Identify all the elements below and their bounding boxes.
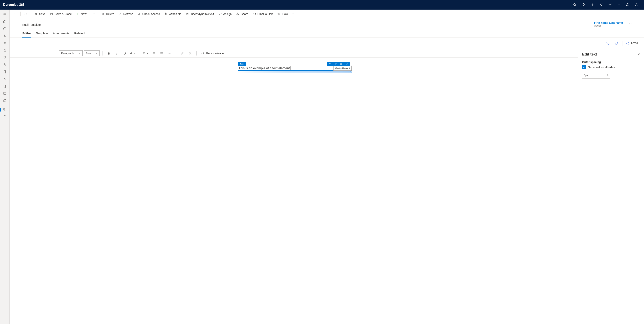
attach-file-button[interactable]: Attach file xyxy=(162,10,183,18)
command-bar: Save Save & Close New Delete Refresh Che… xyxy=(10,9,644,18)
svg-point-40 xyxy=(638,14,639,15)
italic-button[interactable]: I xyxy=(113,50,120,57)
svg-rect-56 xyxy=(340,63,342,65)
app-name: Dynamics 365 xyxy=(3,3,28,6)
nav-files-icon[interactable] xyxy=(0,54,10,61)
align-button[interactable]: ▼ xyxy=(142,50,149,57)
svg-point-38 xyxy=(638,13,639,13)
text-cursor xyxy=(290,66,291,70)
svg-rect-30 xyxy=(35,14,36,15)
nav-templates-icon[interactable] xyxy=(0,106,10,113)
entity-name: Email Template xyxy=(22,21,40,26)
unlink-button[interactable] xyxy=(187,50,194,57)
svg-point-6 xyxy=(626,3,629,6)
selected-text-element[interactable]: Text Go to Parent This is an example of xyxy=(238,66,350,71)
svg-rect-21 xyxy=(4,56,5,58)
nav-contact-icon[interactable] xyxy=(0,61,10,68)
svg-point-39 xyxy=(638,14,639,14)
new-dropdown[interactable] xyxy=(91,10,97,18)
close-panel-button[interactable]: ✕ xyxy=(638,53,640,56)
share-label: Share xyxy=(241,12,248,15)
owner-label: Owner xyxy=(594,24,623,27)
delete-label: Delete xyxy=(106,12,114,15)
size-dd-label: Size xyxy=(86,52,91,55)
tab-editor[interactable]: Editor xyxy=(22,31,31,37)
text-content[interactable]: This is an example of a text element. xyxy=(238,66,291,70)
font-color-button[interactable]: A▼ xyxy=(129,50,136,57)
more-formatting-button[interactable]: ··· xyxy=(166,50,173,57)
left-nav xyxy=(0,9,10,324)
nav-pinned-icon[interactable] xyxy=(0,32,10,39)
nav-menu-icon[interactable] xyxy=(0,11,10,18)
bullet-list-button[interactable] xyxy=(158,50,165,57)
tab-related[interactable]: Related xyxy=(74,31,85,37)
element-move-button[interactable] xyxy=(344,62,350,66)
lightbulb-icon[interactable] xyxy=(579,0,588,9)
attach-file-label: Attach file xyxy=(169,12,181,15)
numbered-list-button[interactable]: 123 xyxy=(150,50,157,57)
owner-field[interactable]: First name Last name Owner xyxy=(594,21,626,27)
user-icon[interactable] xyxy=(632,0,641,9)
check-access-button[interactable]: Check Access xyxy=(136,10,162,18)
edit-text-panel: Edit text ✕ Outer spacing Set equal for … xyxy=(578,49,644,324)
svg-point-36 xyxy=(219,13,220,14)
assign-button[interactable]: Assign xyxy=(216,10,234,18)
element-delete-button[interactable] xyxy=(333,62,338,66)
email-link-button[interactable]: Email a Link xyxy=(251,10,275,18)
flow-label: Flow xyxy=(282,12,288,15)
element-back-button[interactable] xyxy=(327,62,333,66)
element-duplicate-button[interactable] xyxy=(338,62,344,66)
nav-bookmark-icon[interactable] xyxy=(0,68,10,75)
spacing-input[interactable]: 0px ▲ ▼ xyxy=(582,72,610,78)
editor-canvas[interactable]: Text Go to Parent This is an example of xyxy=(10,58,578,324)
new-button[interactable]: New xyxy=(74,10,88,18)
popout-button[interactable] xyxy=(22,10,30,18)
nav-clipboard-icon[interactable] xyxy=(0,47,10,54)
help-icon[interactable] xyxy=(614,0,623,9)
personalization-button[interactable]: Personalization xyxy=(200,52,227,55)
flow-dropdown[interactable] xyxy=(290,10,296,18)
delete-button[interactable]: Delete xyxy=(99,10,116,18)
search-icon[interactable] xyxy=(570,0,579,9)
back-button[interactable] xyxy=(11,10,19,18)
save-button[interactable]: Save xyxy=(32,10,48,18)
bold-button[interactable]: B xyxy=(105,50,112,57)
element-type-badge: Text xyxy=(238,62,246,66)
spacing-down-icon[interactable]: ▼ xyxy=(607,75,609,77)
nav-page-icon[interactable] xyxy=(0,113,10,120)
gear-icon[interactable] xyxy=(606,0,614,9)
email-link-label: Email a Link xyxy=(258,12,273,15)
redo-button[interactable] xyxy=(614,40,620,46)
equal-sides-checkbox[interactable] xyxy=(582,65,586,69)
nav-home-icon[interactable] xyxy=(0,18,10,25)
overflow-menu[interactable] xyxy=(635,10,642,18)
refresh-button[interactable]: Refresh xyxy=(116,10,135,18)
svg-point-9 xyxy=(636,3,637,5)
share-button[interactable]: Share xyxy=(234,10,250,18)
insert-dynamic-button[interactable]: Insert dynamic text xyxy=(184,10,216,18)
link-button[interactable] xyxy=(179,50,186,57)
html-view-button[interactable]: HTML xyxy=(625,41,640,46)
svg-point-5 xyxy=(619,5,619,6)
flow-button[interactable]: Flow xyxy=(275,10,290,18)
size-dropdown[interactable]: Size▼ xyxy=(84,50,100,56)
nav-read-icon[interactable] xyxy=(0,97,10,104)
tab-template[interactable]: Template xyxy=(36,31,48,37)
save-close-button[interactable]: Save & Close xyxy=(48,10,74,18)
nav-wrench-icon[interactable] xyxy=(0,75,10,83)
filter-icon[interactable] xyxy=(597,0,606,9)
header-chevron-icon[interactable] xyxy=(629,22,632,26)
nav-grid-icon[interactable] xyxy=(0,39,10,47)
undo-button[interactable] xyxy=(605,40,611,46)
add-icon[interactable] xyxy=(588,0,597,9)
nav-export-icon[interactable] xyxy=(0,83,10,90)
underline-button[interactable]: U xyxy=(121,50,128,57)
insert-dynamic-label: Insert dynamic text xyxy=(190,12,214,15)
nav-recent-icon[interactable] xyxy=(0,25,10,32)
paragraph-dropdown[interactable]: Paragraph▼ xyxy=(59,50,82,56)
nav-book-icon[interactable] xyxy=(0,90,10,97)
tab-attachments[interactable]: Attachments xyxy=(53,31,69,37)
smile-icon[interactable] xyxy=(623,0,632,9)
rte-toolbar: Paragraph▼ Size▼ B I U A▼ ▼ 123 ··· xyxy=(10,49,578,58)
paragraph-dd-label: Paragraph xyxy=(61,52,74,55)
